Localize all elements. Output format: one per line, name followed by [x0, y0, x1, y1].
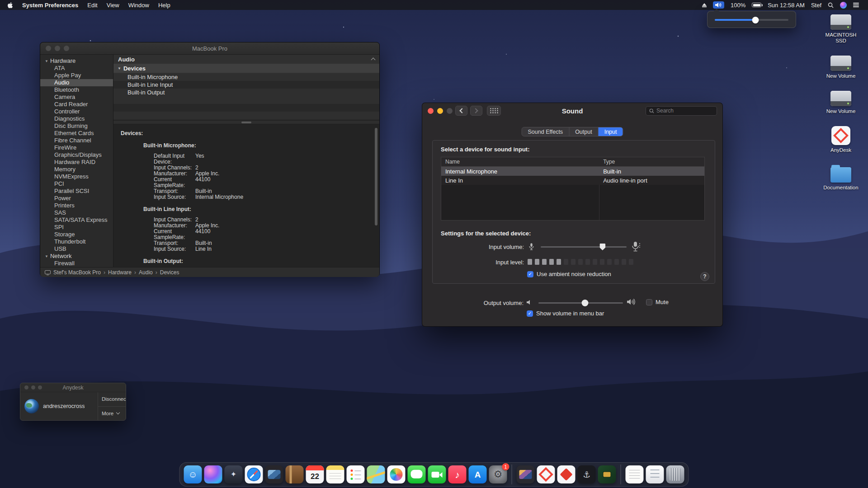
zoom-button[interactable]: [64, 46, 69, 51]
tree-item-built-in-output[interactable]: Built-in Output: [113, 89, 379, 96]
sidebar-item-parallel-scsi[interactable]: Parallel SCSI: [40, 188, 113, 195]
search-field[interactable]: [646, 106, 717, 116]
menu-window[interactable]: Window: [128, 2, 149, 9]
dock-item-anydesk-classic[interactable]: [557, 465, 576, 483]
close-button[interactable]: [428, 108, 434, 114]
menu-clock[interactable]: Sun 12:58 AM: [768, 2, 805, 9]
dock-item-notes[interactable]: [326, 465, 344, 483]
forward-button[interactable]: [470, 106, 482, 116]
apple-menu[interactable]: [7, 2, 13, 9]
sidebar-item-disc-burning[interactable]: Disc Burning: [40, 122, 113, 130]
collapse-chevron-icon[interactable]: [371, 58, 376, 62]
sidebar-item-usb[interactable]: USB: [40, 245, 113, 253]
sidebar-item-sata-express[interactable]: SATA/SATA Express: [40, 216, 113, 224]
dock-item-reminders[interactable]: [347, 465, 365, 483]
dock-item-app-store[interactable]: A: [469, 465, 487, 483]
sidebar-item-sas[interactable]: SAS: [40, 209, 113, 216]
sidebar-item-audio[interactable]: Audio: [40, 79, 113, 86]
eject-icon[interactable]: [702, 3, 707, 7]
disclosure-triangle-icon[interactable]: ▼: [45, 59, 48, 63]
desktop-icon-new-volume-2[interactable]: New Volume: [820, 91, 862, 114]
sidebar-item-thunderbolt[interactable]: Thunderbolt: [40, 238, 113, 245]
sidebar-item-card-reader[interactable]: Card Reader: [40, 101, 113, 108]
close-button[interactable]: [46, 46, 51, 51]
tree-header-devices[interactable]: ▼ Devices: [113, 64, 379, 73]
dock-item-messages[interactable]: [408, 465, 426, 483]
minimize-button[interactable]: [437, 108, 443, 114]
details-scrollbar[interactable]: [375, 128, 378, 263]
dock-item-siri[interactable]: [204, 465, 222, 483]
dock-item-facetime[interactable]: [428, 465, 446, 483]
sound-title-bar[interactable]: Sound: [422, 103, 722, 118]
sidebar-item-fibre-channel[interactable]: Fibre Channel: [40, 137, 113, 144]
dock-item-finder[interactable]: ☺: [184, 465, 202, 483]
spotlight-icon[interactable]: [828, 2, 834, 8]
dock-item-preview[interactable]: [265, 465, 283, 483]
dock-item-photos[interactable]: [387, 465, 406, 483]
sidebar-item-apple-pay[interactable]: Apple Pay: [40, 72, 113, 79]
sidebar-item-spi[interactable]: SPI: [40, 224, 113, 231]
dock-item-system-preferences[interactable]: ⚙ 1: [489, 465, 507, 483]
sidebar-item-hardware-raid[interactable]: Hardware RAID: [40, 159, 113, 166]
more-button[interactable]: More: [98, 407, 126, 421]
disclosure-triangle-icon[interactable]: ▼: [45, 254, 48, 258]
dock-item-anydesk[interactable]: [537, 465, 555, 483]
back-button[interactable]: [455, 106, 467, 116]
zoom-button[interactable]: [447, 108, 453, 114]
show-all-button[interactable]: [487, 106, 501, 116]
zoom-button[interactable]: [38, 385, 42, 389]
slider-track[interactable]: [541, 246, 627, 248]
menu-help[interactable]: Help: [158, 2, 170, 9]
menu-user[interactable]: Stef: [811, 2, 821, 9]
input-volume-knob[interactable]: [599, 244, 605, 250]
slider-track[interactable]: [538, 302, 623, 304]
tab-output[interactable]: Output: [569, 127, 599, 136]
dock-item-safari[interactable]: [245, 465, 263, 483]
input-volume-slider[interactable]: [541, 243, 627, 250]
sysinfo-title-bar[interactable]: MacBook Pro: [40, 42, 379, 55]
mute-checkbox[interactable]: [646, 299, 652, 305]
sidebar-group-hardware[interactable]: ▼Hardware: [40, 57, 113, 65]
sidebar-item-nvmexpress[interactable]: NVMExpress: [40, 173, 113, 180]
disclosure-triangle-icon[interactable]: ▼: [118, 66, 121, 70]
dock-item-calendar[interactable]: 22: [306, 465, 324, 483]
breadcrumb-audio[interactable]: Audio: [139, 269, 153, 276]
sidebar-item-firewall[interactable]: Firewall: [40, 260, 113, 267]
pane-splitter[interactable]: [113, 120, 379, 124]
sidebar-item-memory[interactable]: Memory: [40, 166, 113, 173]
tab-input[interactable]: Input: [599, 127, 623, 136]
minimize-button[interactable]: [31, 385, 35, 389]
desktop-icon-documentation[interactable]: Documentation: [820, 165, 862, 191]
help-button[interactable]: ?: [700, 272, 709, 281]
menu-edit[interactable]: Edit: [87, 2, 97, 9]
ambient-noise-checkbox[interactable]: [527, 271, 533, 277]
battery-icon[interactable]: [752, 3, 761, 7]
dock-item-trash[interactable]: [666, 465, 684, 483]
siri-icon[interactable]: [840, 2, 847, 9]
breadcrumb-devices[interactable]: Devices: [160, 269, 179, 276]
desktop-icon-anydesk[interactable]: AnyDesk: [820, 126, 862, 153]
show-volume-checkbox[interactable]: [527, 310, 533, 317]
anydesk-title-bar[interactable]: Anydesk: [20, 383, 126, 392]
scrollbar-thumb[interactable]: [375, 128, 377, 225]
dock-item-dark-utility[interactable]: ⚓: [578, 465, 596, 483]
close-button[interactable]: [24, 385, 28, 389]
minimize-button[interactable]: [55, 46, 60, 51]
sidebar-item-firewire[interactable]: FireWire: [40, 144, 113, 151]
dock-item-maps[interactable]: [367, 465, 385, 483]
tree-item-built-in-line-input[interactable]: Built-in Line Input: [113, 81, 379, 89]
splitter-handle[interactable]: [241, 122, 251, 123]
volume-slider-knob[interactable]: [752, 17, 759, 23]
desktop-icon-macintosh-ssd[interactable]: MACINTOSH SSD: [820, 14, 862, 44]
dock-item-textedit[interactable]: [626, 465, 644, 483]
disconnect-button[interactable]: Disconnect: [98, 392, 126, 407]
dock-item-photos-dark[interactable]: [517, 465, 535, 483]
sidebar-item-storage[interactable]: Storage: [40, 231, 113, 238]
sidebar-item-ata[interactable]: ATA: [40, 65, 113, 72]
sidebar-item-pci[interactable]: PCI: [40, 180, 113, 188]
volume-menu-icon[interactable]: [713, 1, 724, 9]
tree-item-built-in-microphone[interactable]: Built-in Microphone: [113, 73, 379, 81]
table-row-line-in[interactable]: Line In Audio line-in port: [441, 176, 704, 185]
sidebar-item-printers[interactable]: Printers: [40, 202, 113, 209]
sidebar-item-power[interactable]: Power: [40, 195, 113, 202]
